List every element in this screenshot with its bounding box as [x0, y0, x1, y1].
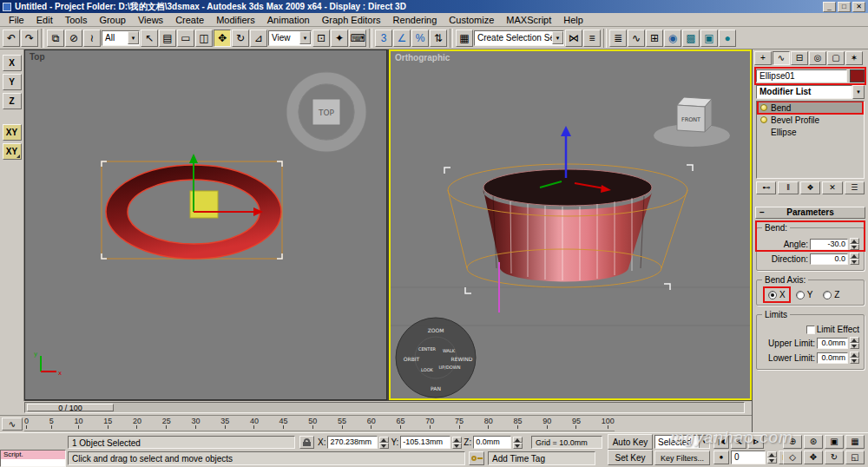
limit-effect-checkbox[interactable]	[806, 326, 815, 334]
mini-listener-script-line[interactable]	[1, 459, 65, 466]
named-selection-sets-dropdown[interactable]: Create Selection Set▼	[474, 30, 564, 46]
chevron-down-icon[interactable]: ▼	[552, 31, 563, 44]
select-and-link-icon[interactable]: ⧉	[47, 30, 64, 47]
modifier-visibility-bulb-icon[interactable]	[760, 104, 767, 111]
select-and-rotate-icon[interactable]: ↻	[232, 30, 249, 47]
timeline-tick-35[interactable]: 35	[220, 417, 229, 431]
axis-constraint-x[interactable]: X	[3, 55, 22, 71]
menu-group[interactable]: Group	[93, 14, 132, 26]
angle-spinner[interactable]	[850, 238, 859, 250]
use-pivot-point-center-icon[interactable]: ⊡	[312, 30, 330, 47]
transform-typein-lock-button[interactable]	[299, 436, 314, 449]
timeline-tick-80[interactable]: 80	[484, 417, 493, 431]
z-coordinate-field[interactable]: 0.0mm	[473, 436, 511, 449]
x-coordinate-field[interactable]: 270.238mm	[327, 436, 378, 449]
time-tag-key-icon[interactable]	[469, 451, 484, 465]
mini-listener-macro-line[interactable]: Script.	[1, 451, 65, 459]
viewport-orthographic-canvas[interactable]: ZOOM ORBIT PAN REWIND CENTER WALK LOOK U…	[391, 51, 750, 398]
schematic-view-icon[interactable]: ⊞	[646, 30, 663, 47]
selection-filter-dropdown[interactable]: All▼	[102, 30, 140, 46]
wheel-walk-label[interactable]: WALK	[443, 348, 456, 353]
lower-limit-field[interactable]: 0.0mm	[817, 352, 848, 364]
mini-curve-editor-button[interactable]: ∿	[2, 418, 23, 431]
spinner-snap-icon[interactable]: ⇅	[430, 30, 447, 47]
key-mode-toggle-icon[interactable]: ●	[713, 451, 729, 464]
viewport-orthographic-label[interactable]: Orthographic	[395, 53, 450, 62]
field-of-view-icon[interactable]: ◇	[783, 451, 802, 464]
tab-hierarchy[interactable]: ⊟	[791, 51, 808, 65]
menu-maxscript[interactable]: MAXScript	[500, 14, 557, 26]
menu-modifiers[interactable]: Modifiers	[210, 14, 261, 26]
remove-modifier-button[interactable]: ✕	[822, 181, 842, 194]
zoom-extents-all-icon[interactable]: ▦	[845, 435, 865, 449]
wheel-center-label[interactable]: CENTER	[418, 346, 437, 352]
arc-rotate-icon[interactable]: ↻	[825, 451, 844, 464]
timeline-tick-5[interactable]: 5	[49, 417, 54, 431]
edit-named-selection-sets-icon[interactable]: ▦	[456, 30, 473, 47]
close-button[interactable]: ✕	[852, 2, 865, 12]
tab-create[interactable]: +	[754, 51, 772, 65]
direction-field[interactable]: 0.0	[810, 253, 848, 265]
timeline-tick-0[interactable]: 0	[24, 417, 29, 431]
timeline-ruler[interactable]: 0510152025303540455055606570758085909510…	[24, 417, 615, 431]
timeline-tick-40[interactable]: 40	[250, 417, 259, 431]
timeline-tick-75[interactable]: 75	[455, 417, 464, 431]
curve-editor-icon[interactable]: ∿	[628, 30, 645, 47]
window-crossing-icon[interactable]: ◫	[195, 30, 213, 47]
menu-help[interactable]: Help	[557, 14, 589, 26]
undo-icon[interactable]: ↶	[3, 30, 20, 47]
bent-ellipse-object[interactable]	[483, 169, 652, 282]
wheel-rewind-label[interactable]: REWIND	[451, 356, 473, 362]
timeline-tick-70[interactable]: 70	[425, 417, 434, 431]
maximize-viewport-toggle-icon[interactable]: ◱	[845, 451, 865, 464]
menu-file[interactable]: File	[3, 14, 30, 26]
zoom-icon[interactable]: ⊕	[783, 435, 802, 449]
timeline-tick-45[interactable]: 45	[279, 417, 288, 431]
menu-rendering[interactable]: Rendering	[387, 14, 444, 26]
lower-limit-spinner[interactable]	[850, 352, 859, 364]
viewcube[interactable]: TOP	[286, 72, 366, 152]
parameters-rollout-header[interactable]: − Parameters	[755, 207, 865, 219]
rectangular-selection-region-icon[interactable]: ▭	[177, 30, 194, 47]
menu-graph-editors[interactable]: Graph Editors	[316, 14, 387, 26]
viewport-top[interactable]: Top	[24, 49, 387, 400]
add-time-tag[interactable]: Add Time Tag	[488, 451, 595, 465]
wheel-pan-label[interactable]: PAN	[431, 385, 441, 391]
bend-axis-x-radio[interactable]: X	[768, 290, 786, 299]
angle-snap-icon[interactable]: ∠	[393, 30, 411, 47]
viewport-top-canvas[interactable]: TOP x y	[25, 50, 386, 399]
percent-snap-icon[interactable]: %	[411, 30, 429, 47]
viewport-orthographic[interactable]: Orthographic	[389, 49, 752, 400]
timeline-tick-85[interactable]: 85	[513, 417, 522, 431]
modifier-stack-item-ellipse[interactable]: Ellipse	[757, 126, 864, 138]
tab-utilities[interactable]: ✶	[845, 51, 863, 65]
wheel-zoom-label[interactable]: ZOOM	[428, 327, 444, 333]
time-slider-handle[interactable]: 0 / 100	[27, 404, 114, 411]
time-slider-track[interactable]: 0 / 100	[24, 402, 745, 413]
object-color-swatch[interactable]	[850, 69, 865, 82]
select-and-scale-icon[interactable]: ⊿	[250, 30, 267, 47]
zoom-all-icon[interactable]: ⊛	[804, 435, 823, 449]
y-spinner[interactable]	[452, 437, 462, 449]
pin-stack-button[interactable]: ⊷	[756, 181, 776, 194]
layer-manager-icon[interactable]: ≣	[609, 30, 627, 47]
timeline-tick-20[interactable]: 20	[133, 417, 141, 431]
menu-tools[interactable]: Tools	[59, 14, 94, 26]
set-key-button[interactable]: Set Key	[608, 450, 653, 465]
angle-field[interactable]: -30.0	[810, 239, 848, 250]
previous-frame-icon[interactable]: ◀	[731, 435, 746, 449]
viewcube-top-label[interactable]: TOP	[318, 109, 335, 117]
chevron-down-icon[interactable]: ▼	[699, 436, 709, 448]
timeline-tick-100[interactable]: 100	[602, 417, 615, 431]
menu-views[interactable]: Views	[132, 14, 169, 26]
wheel-look-label[interactable]: LOOK	[421, 367, 433, 372]
upper-limit-spinner[interactable]	[850, 337, 859, 349]
timeline-tick-95[interactable]: 95	[572, 417, 581, 431]
object-name-field[interactable]: Ellipse01	[756, 69, 847, 82]
axis-constraint-y[interactable]: Y	[3, 74, 22, 90]
select-and-move-icon[interactable]: ✥	[214, 30, 231, 47]
timeline-tick-25[interactable]: 25	[162, 417, 171, 431]
select-and-manipulate-icon[interactable]: ✦	[331, 30, 348, 47]
reference-coordinate-system-dropdown[interactable]: View▼	[268, 30, 312, 46]
axis-constraint-xy-flyout[interactable]: XY	[3, 143, 22, 160]
